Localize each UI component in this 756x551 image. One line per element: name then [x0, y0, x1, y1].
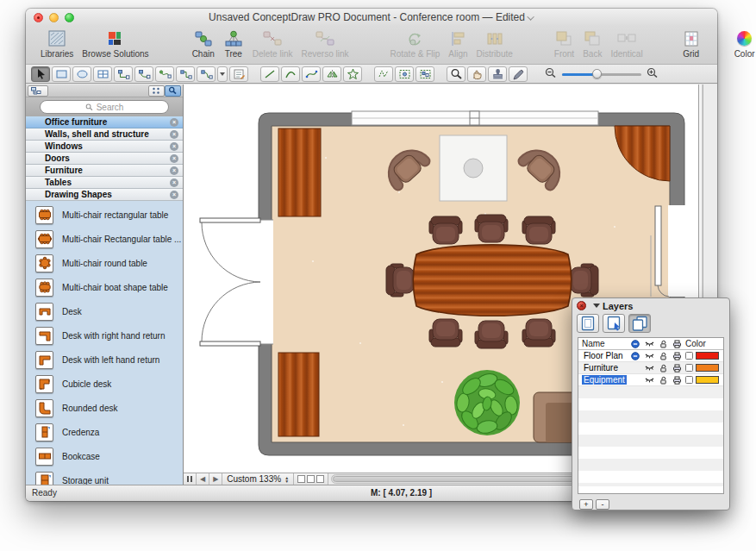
- shape-desk[interactable]: Desk: [26, 299, 183, 323]
- active-layer-indicator[interactable]: [628, 352, 642, 360]
- chair[interactable]: [429, 319, 462, 347]
- layer-row-equipment[interactable]: Equipment: [578, 374, 723, 386]
- shape-bookcase[interactable]: Bookcase: [26, 444, 183, 468]
- layer-visible-toggle[interactable]: [642, 364, 656, 372]
- single-door-right[interactable]: [651, 205, 686, 297]
- color-button[interactable]: Color: [730, 28, 756, 64]
- shape-desk-right-return[interactable]: Desk with right hand return: [26, 323, 183, 348]
- layer-print-toggle[interactable]: [670, 376, 684, 385]
- shape-multi-chair-boat-table[interactable]: Multi-chair boat shape table: [26, 275, 183, 299]
- grid-button[interactable]: Grid: [678, 28, 704, 64]
- frame-select-tool[interactable]: [395, 66, 414, 82]
- close-button[interactable]: [34, 13, 43, 22]
- category-walls-shell-structure[interactable]: Walls, shell and structure×: [26, 128, 183, 141]
- minimize-button[interactable]: [49, 13, 59, 22]
- zoom-in-icon[interactable]: [647, 66, 659, 82]
- connector-smart-tool[interactable]: [155, 66, 174, 82]
- bookcase-top-left[interactable]: [278, 128, 321, 216]
- window-top[interactable]: [352, 111, 598, 125]
- shape-multi-chair-rectangular-table-2[interactable]: Multi-chair Rectangular table ...: [26, 227, 183, 251]
- category-drawing-shapes[interactable]: Drawing Shapes×: [26, 189, 183, 201]
- lasso-select-tool[interactable]: [374, 66, 393, 82]
- plant[interactable]: [454, 370, 520, 435]
- shape-storage-unit[interactable]: Storage unit: [26, 468, 183, 485]
- page-view-buttons[interactable]: [294, 473, 328, 485]
- category-close-icon[interactable]: ×: [170, 166, 178, 175]
- chair[interactable]: [386, 264, 414, 297]
- shape-multi-chair-rectangular-table[interactable]: Multi-chair rectangular table: [26, 203, 183, 227]
- layer-visible-toggle[interactable]: [642, 352, 656, 360]
- browse-solutions-button[interactable]: Browse Solutions: [78, 28, 153, 64]
- shape-desk-left-return[interactable]: Desk with left hand return: [26, 348, 183, 372]
- layer-name[interactable]: Floor Plan: [582, 351, 625, 360]
- layer-print-toggle[interactable]: [670, 352, 684, 360]
- pan-tool[interactable]: [467, 66, 486, 82]
- category-close-icon[interactable]: ×: [170, 118, 178, 127]
- zoom-window-button[interactable]: [65, 13, 74, 22]
- connector-curve-tool[interactable]: [134, 66, 153, 82]
- category-windows[interactable]: Windows×: [26, 141, 183, 153]
- connector-dropdown[interactable]: [217, 66, 228, 82]
- select-tool[interactable]: [31, 66, 50, 82]
- reverso-link-button[interactable]: Reverso link: [297, 28, 353, 64]
- shape-multi-chair-round-table[interactable]: Multi-chair round table: [26, 251, 183, 275]
- layer-color-swatch[interactable]: [696, 352, 719, 360]
- layer-lock-toggle[interactable]: [656, 364, 670, 373]
- libraries-button[interactable]: Libraries: [36, 28, 78, 64]
- arc-tool[interactable]: [281, 66, 300, 82]
- chair[interactable]: [475, 321, 508, 348]
- bezier-tool[interactable]: [302, 66, 321, 82]
- shape-rounded-desk[interactable]: Rounded desk: [26, 396, 183, 420]
- layer-color-swatch[interactable]: [696, 376, 719, 384]
- disclosure-triangle-icon[interactable]: [593, 304, 600, 308]
- chair[interactable]: [522, 319, 555, 347]
- search-input[interactable]: Search: [40, 100, 169, 114]
- layer-name[interactable]: Equipment: [582, 375, 627, 385]
- tab-page-properties[interactable]: [577, 314, 599, 333]
- stamp-tool[interactable]: [488, 66, 507, 82]
- connector-multi-tool[interactable]: [176, 66, 195, 82]
- layer-row-furniture[interactable]: Furniture: [578, 362, 723, 374]
- mirror-tool[interactable]: [322, 66, 341, 82]
- rectangle-tool[interactable]: [52, 66, 71, 82]
- layer-lock-toggle[interactable]: [656, 352, 670, 360]
- bookcase-bottom-left[interactable]: [278, 353, 319, 436]
- tab-layers[interactable]: [628, 314, 651, 333]
- front-button[interactable]: Front: [550, 28, 578, 64]
- chair[interactable]: [475, 215, 508, 242]
- ellipse-tool[interactable]: [72, 66, 91, 82]
- library-tiles-view-button[interactable]: [148, 85, 165, 97]
- layer-color-checkbox[interactable]: [685, 364, 693, 372]
- page-splitter-button[interactable]: [184, 473, 197, 485]
- table-tool[interactable]: [93, 66, 112, 82]
- distribute-button[interactable]: Distribute: [472, 28, 517, 64]
- identical-button[interactable]: Identical: [606, 28, 647, 64]
- layer-color-checkbox[interactable]: [685, 352, 693, 360]
- text-note-tool[interactable]: [229, 66, 248, 82]
- chair[interactable]: [571, 264, 598, 297]
- chair[interactable]: [522, 216, 555, 244]
- category-close-icon[interactable]: ×: [170, 142, 178, 151]
- zoom-slider[interactable]: [562, 69, 641, 79]
- shape-cubicle-desk[interactable]: Cubicle desk: [26, 372, 183, 396]
- palette-close-icon[interactable]: ×: [577, 301, 586, 310]
- category-furniture[interactable]: Furniture×: [26, 165, 183, 177]
- tab-object-properties[interactable]: [603, 314, 625, 333]
- layer-lock-toggle[interactable]: [656, 376, 670, 385]
- group-select-tool[interactable]: [415, 66, 434, 82]
- category-close-icon[interactable]: ×: [170, 130, 178, 139]
- title-menu-chevron-icon[interactable]: [527, 13, 534, 20]
- remove-layer-button[interactable]: -: [596, 499, 609, 510]
- layer-print-toggle[interactable]: [670, 364, 684, 373]
- category-office-furniture[interactable]: Office furniture×: [26, 116, 183, 128]
- library-tree-view-button[interactable]: [28, 85, 48, 97]
- connector-auto-tool[interactable]: [197, 66, 216, 82]
- align-button[interactable]: Align: [444, 28, 472, 64]
- chair[interactable]: [429, 216, 462, 244]
- chain-button[interactable]: Chain: [188, 28, 219, 64]
- add-layer-button[interactable]: +: [579, 499, 593, 510]
- star-tool[interactable]: [343, 66, 362, 82]
- rotate-flip-button[interactable]: Rotate & Flip: [386, 28, 445, 64]
- layer-color-swatch[interactable]: [696, 364, 719, 372]
- category-close-icon[interactable]: ×: [170, 191, 178, 199]
